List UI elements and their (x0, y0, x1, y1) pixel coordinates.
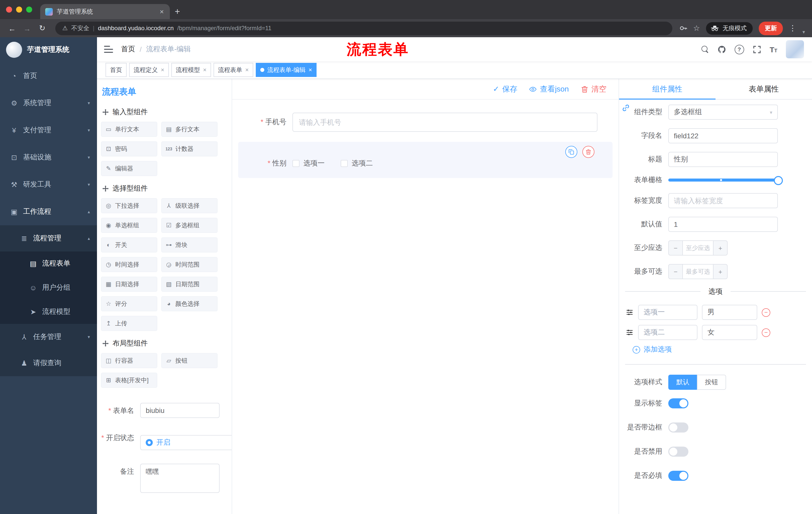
palette-item[interactable]: ◷时间选择 (101, 257, 157, 272)
palette-item[interactable]: ▦日期选择 (101, 277, 157, 292)
remove-option-button[interactable]: − (762, 328, 770, 337)
palette-item[interactable]: ↥上传 (101, 316, 157, 331)
sidebar-item-devtools[interactable]: ⚒ 研发工具 ▾ (0, 171, 97, 198)
checkbox-option-2[interactable]: 选项二 (341, 159, 373, 168)
tag-process-form[interactable]: 流程表单 × (213, 63, 253, 77)
reload-button[interactable]: ↻ (35, 21, 49, 35)
style-button-button[interactable]: 按钮 (697, 375, 726, 390)
form-name-input[interactable] (140, 403, 220, 418)
palette-item[interactable]: ⊞表格[开发中] (101, 373, 157, 388)
sidebar-item-system[interactable]: ⚙ 系统管理 ▾ (0, 89, 97, 117)
add-option-button[interactable]: + 添加选项 (619, 345, 812, 354)
palette-item[interactable]: ⅄级联选择 (161, 198, 218, 213)
address-bar[interactable]: ⚠ 不安全 | dashboard.yudao.iocoder.cn /bpm/… (55, 21, 672, 35)
close-icon[interactable]: × (309, 66, 312, 74)
default-value-input[interactable] (668, 217, 778, 232)
plus-icon[interactable]: + (714, 264, 728, 279)
palette-item[interactable]: ◎下拉选择 (101, 198, 157, 213)
security-label[interactable]: 不安全 (71, 24, 89, 32)
tag-process-model[interactable]: 流程模型 × (171, 63, 211, 77)
maximize-window-button[interactable] (26, 6, 32, 12)
checkbox-option-1[interactable]: 选项一 (292, 159, 325, 168)
close-icon[interactable]: × (245, 66, 249, 74)
field-name-input[interactable] (668, 128, 778, 143)
palette-item[interactable]: ☆评分 (101, 296, 157, 311)
show-label-switch[interactable] (668, 398, 688, 408)
sidebar-item-user-group[interactable]: ☺ 用户分组 (0, 276, 97, 300)
tab-form-props[interactable]: 表单属性 (716, 79, 812, 99)
option-name-input[interactable] (638, 305, 697, 320)
new-tab-button[interactable]: + (170, 4, 185, 19)
help-icon[interactable]: ? (734, 45, 744, 54)
chevron-down-icon[interactable]: ▾ (803, 29, 805, 34)
link-icon[interactable] (621, 104, 630, 112)
palette-item[interactable]: ◫行容器 (101, 353, 157, 368)
palette-item[interactable]: ◕颜色选择 (161, 296, 218, 311)
field-row-gender-selected[interactable]: 性别 选项一 选项二 (238, 142, 612, 178)
sidebar-item-process-model[interactable]: ➤ 流程模型 (0, 300, 97, 324)
password-key-icon[interactable] (679, 24, 687, 32)
sidebar-item-payment[interactable]: ¥ 支付管理 ▾ (0, 117, 97, 144)
sidebar-toggle-icon[interactable] (104, 46, 113, 53)
drag-handle-icon[interactable] (626, 329, 634, 336)
field-row-phone[interactable]: 手机号 (238, 110, 612, 135)
back-button[interactable]: ← (5, 21, 19, 35)
sidebar-item-workflow[interactable]: ▣ 工作流程 ▴ (0, 198, 97, 225)
tag-home[interactable]: 首页 (106, 63, 127, 77)
label-width-input[interactable] (668, 193, 778, 208)
browser-tab[interactable]: 芋道管理系统 × (40, 4, 170, 19)
palette-item[interactable]: ◶时间范围 (161, 257, 218, 272)
minimize-window-button[interactable] (16, 6, 22, 12)
save-button[interactable]: ✓ 保存 (493, 84, 517, 94)
palette-item[interactable]: ⊡密码 (101, 141, 157, 156)
app-logo[interactable]: 芋道管理系统 (0, 37, 97, 62)
sidebar-item-leave-query[interactable]: ♟ 请假查询 (0, 350, 97, 376)
minus-icon[interactable]: − (668, 264, 683, 279)
option-value-input[interactable] (702, 305, 757, 320)
title-input[interactable] (668, 152, 778, 167)
update-chrome-button[interactable]: 更新 (759, 21, 783, 35)
user-avatar[interactable] (786, 40, 804, 58)
sidebar-item-home[interactable]: ◔ 首页 (0, 62, 97, 89)
option-name-input[interactable] (638, 325, 697, 340)
search-icon[interactable] (701, 45, 709, 53)
sidebar-item-task-management[interactable]: ⅄ 任务管理 ▾ (0, 324, 97, 350)
drag-handle-icon[interactable] (626, 309, 634, 316)
form-grid-slider[interactable] (668, 176, 781, 184)
delete-component-button[interactable] (582, 146, 594, 158)
border-switch[interactable] (668, 423, 688, 433)
palette-item[interactable]: ✎编辑器 (101, 161, 157, 176)
min-select-input[interactable] (683, 240, 714, 255)
sidebar-item-process-management[interactable]: ≣ 流程管理 ▴ (0, 225, 97, 251)
copy-component-button[interactable] (565, 146, 577, 158)
forward-button[interactable]: → (20, 21, 34, 35)
palette-item[interactable]: 123计数器 (161, 141, 218, 156)
palette-item[interactable]: ◐开关 (101, 237, 157, 252)
close-icon[interactable]: × (203, 66, 206, 74)
palette-item[interactable]: ☑多选框组 (161, 218, 218, 233)
palette-item[interactable]: ▧日期范围 (161, 277, 218, 292)
fullscreen-icon[interactable] (752, 45, 761, 54)
clear-button[interactable]: 清空 (581, 84, 607, 94)
plus-icon[interactable]: + (714, 240, 728, 255)
required-switch[interactable] (668, 471, 688, 481)
close-tab-icon[interactable]: × (159, 7, 165, 16)
form-remark-textarea[interactable]: 嘿嘿 (140, 464, 220, 493)
status-on-radio[interactable]: 开启 (140, 435, 232, 450)
security-warning-icon[interactable]: ⚠ (62, 25, 68, 32)
sidebar-item-infrastructure[interactable]: ⊡ 基础设施 ▾ (0, 144, 97, 171)
view-json-button[interactable]: 查看json (529, 84, 569, 94)
palette-item[interactable]: ▭单行文本 (101, 122, 157, 137)
max-select-input[interactable] (683, 264, 714, 279)
component-type-select[interactable]: 多选框组 ▾ (668, 105, 778, 120)
tag-process-form-edit[interactable]: 流程表单-编辑 × (256, 63, 317, 77)
bookmark-star-icon[interactable]: ☆ (693, 24, 700, 33)
breadcrumb-home[interactable]: 首页 (121, 45, 135, 54)
palette-item[interactable]: ▱按钮 (161, 353, 218, 368)
sidebar-item-process-form[interactable]: ▤ 流程表单 (0, 251, 97, 276)
slider-handle[interactable] (774, 176, 783, 185)
palette-item[interactable]: ⊶滑块 (161, 237, 218, 252)
style-default-button[interactable]: 默认 (668, 375, 697, 390)
font-size-icon[interactable]: TT (770, 45, 777, 54)
option-value-input[interactable] (702, 325, 757, 340)
